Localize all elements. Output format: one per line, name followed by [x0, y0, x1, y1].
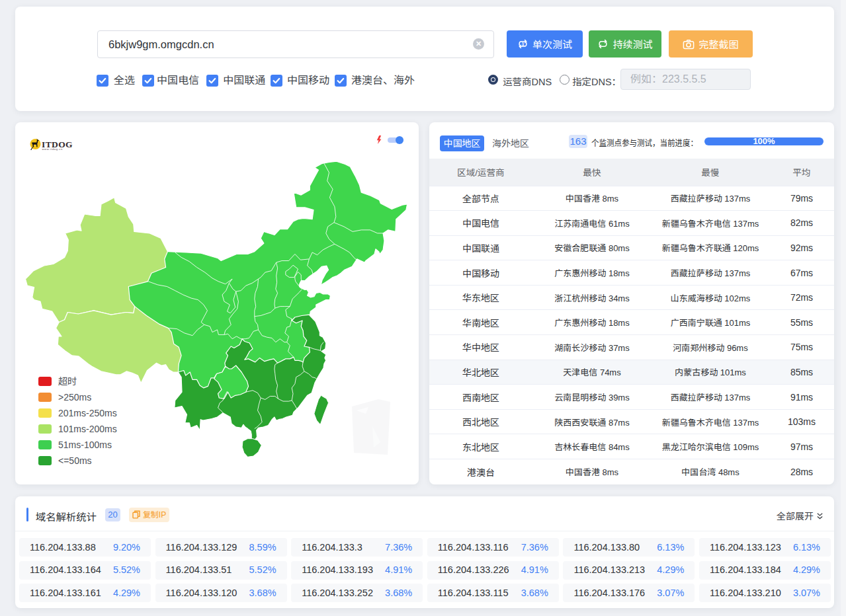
svg-text:www.itdog.cn: www.itdog.cn: [42, 147, 63, 151]
svg-text:1: 1: [521, 41, 524, 47]
